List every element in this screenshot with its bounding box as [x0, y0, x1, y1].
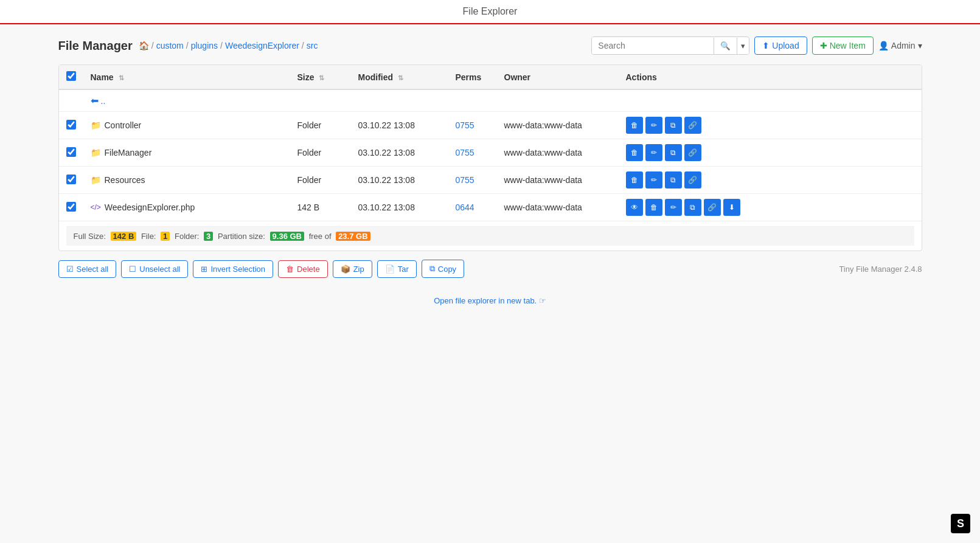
copy-btn-1[interactable]: ⧉ [665, 117, 682, 134]
footer-info: Full Size: 142 B File: 1 Folder: 3 Parti… [66, 226, 914, 246]
tar-button[interactable]: 📄 Tar [377, 260, 417, 278]
view-btn-4[interactable]: 👁 [626, 199, 643, 216]
header-right: 🔍 ▾ ⬆ Upload ✚ New Item 👤 Admin ▾ [591, 36, 922, 55]
delete-button[interactable]: 🗑 Delete [278, 260, 328, 278]
copy-button[interactable]: ⧉ Copy [422, 260, 464, 278]
select-all-checkbox[interactable] [66, 71, 76, 81]
admin-button[interactable]: 👤 Admin ▾ [878, 41, 922, 50]
rename-btn-1[interactable]: ✏ [645, 117, 662, 134]
search-dropdown-button[interactable]: ▾ [737, 38, 749, 54]
header-left: File Manager 🏠 / custom / plugins / Weed… [58, 39, 318, 53]
search-input[interactable] [592, 37, 714, 54]
col-name: Name ⇅ [83, 65, 290, 89]
search-button[interactable]: 🔍 [714, 38, 737, 54]
modified-sort-icon[interactable]: ⇅ [398, 74, 403, 81]
file-size-4: 142 B [290, 194, 351, 221]
action-icons-2: 🗑 ✏ ⧉ 🔗 [626, 144, 914, 161]
col-owner: Owner [497, 65, 619, 89]
row-checkbox-3[interactable] [66, 175, 76, 184]
file-modified-1: 03.10.22 13:08 [351, 112, 448, 139]
download-btn-4[interactable]: ⬇ [723, 199, 740, 216]
name-sort-icon[interactable]: ⇅ [119, 74, 124, 81]
back-icon: ⬅ [91, 95, 99, 106]
delete-btn-3[interactable]: 🗑 [626, 171, 643, 188]
breadcrumb-home[interactable]: 🏠 [139, 41, 149, 50]
top-bar: File Explorer [0, 0, 980, 24]
table-row: 📁 Controller Folder 03.10.22 13:08 0755 … [59, 112, 922, 139]
breadcrumb: 🏠 / custom / plugins / WeedesignExplorer… [139, 41, 318, 50]
breadcrumb-plugins[interactable]: plugins [191, 41, 218, 50]
col-perms: Perms [448, 65, 497, 89]
uncheck-icon: ☐ [129, 265, 136, 274]
zip-icon: 📦 [341, 265, 350, 274]
action-icons-4: 👁 🗑 ✏ ⧉ 🔗 ⬇ [626, 199, 914, 216]
file-table-wrapper: Name ⇅ Size ⇅ Modified ⇅ Perms [58, 64, 922, 251]
row-checkbox-4[interactable] [66, 202, 76, 212]
partition-size-value: 9.36 GB [270, 232, 304, 241]
table-row-back: ⬅ .. [59, 89, 922, 112]
file-name-link-1[interactable]: 📁 Controller [91, 120, 283, 130]
tar-icon: 📄 [385, 265, 395, 274]
app-title: File Manager [58, 39, 133, 53]
invert-icon: ⊞ [201, 265, 207, 274]
open-new-tab-link[interactable]: Open file explorer in new tab. ☞ [434, 296, 546, 305]
link-btn-3[interactable]: 🔗 [684, 171, 701, 188]
breadcrumb-custom[interactable]: custom [156, 41, 184, 50]
row-checkbox-2[interactable] [66, 147, 76, 157]
file-perms-1[interactable]: 0755 [456, 120, 474, 130]
file-name-link-4[interactable]: </> WeedesignExplorer.php [91, 202, 283, 212]
rename-btn-3[interactable]: ✏ [645, 171, 662, 188]
file-perms-3[interactable]: 0755 [456, 175, 474, 185]
rename-btn-2[interactable]: ✏ [645, 144, 662, 161]
invert-selection-button[interactable]: ⊞ Invert Selection [193, 260, 273, 278]
copy-btn-2[interactable]: ⧉ [665, 144, 682, 161]
php-icon: </> [91, 203, 101, 212]
folder-icon-2: 📁 [91, 148, 101, 157]
folder-icon: 📁 [91, 120, 101, 130]
upload-button[interactable]: ⬆ Upload [754, 36, 807, 55]
zip-button[interactable]: 📦 Zip [333, 260, 372, 278]
col-modified: Modified ⇅ [351, 65, 448, 89]
delete-btn-1[interactable]: 🗑 [626, 117, 643, 134]
table-row: </> WeedesignExplorer.php 142 B 03.10.22… [59, 194, 922, 221]
row-checkbox-1[interactable] [66, 120, 76, 130]
action-icons-1: 🗑 ✏ ⧉ 🔗 [626, 117, 914, 134]
folder-count-value: 3 [204, 232, 213, 241]
upload-icon: ⬆ [762, 41, 770, 50]
file-perms-4[interactable]: 0644 [456, 202, 474, 212]
file-modified-4: 03.10.22 13:08 [351, 194, 448, 221]
link-btn-4[interactable]: 🔗 [704, 199, 721, 216]
full-size-value: 142 B [111, 232, 137, 241]
size-sort-icon[interactable]: ⇅ [319, 74, 324, 81]
file-size-2: Folder [290, 139, 351, 167]
file-size-1: Folder [290, 112, 351, 139]
unselect-all-button[interactable]: ☐ Unselect all [121, 260, 188, 278]
breadcrumb-weedesign[interactable]: WeedesignExplorer [225, 41, 299, 50]
file-owner-3: www-data:www-data [497, 167, 619, 194]
bottom-toolbar: ☑ Select all ☐ Unselect all ⊞ Invert Sel… [58, 251, 922, 286]
breadcrumb-src[interactable]: src [307, 41, 318, 50]
file-owner-4: www-data:www-data [497, 194, 619, 221]
back-link[interactable]: ⬅ .. [91, 95, 914, 106]
link-btn-2[interactable]: 🔗 [684, 144, 701, 161]
page-footer: Open file explorer in new tab. ☞ [0, 286, 980, 315]
copy-btn-3[interactable]: ⧉ [665, 171, 682, 188]
select-all-button[interactable]: ☑ Select all [58, 260, 117, 278]
col-actions: Actions [619, 65, 922, 89]
file-table: Name ⇅ Size ⇅ Modified ⇅ Perms [59, 65, 922, 251]
copy-btn-4[interactable]: ⧉ [684, 199, 701, 216]
file-perms-2[interactable]: 0755 [456, 148, 474, 157]
edit-btn-4[interactable]: ✏ [665, 199, 682, 216]
file-owner-2: www-data:www-data [497, 139, 619, 167]
version-text: Tiny File Manager 2.4.8 [839, 265, 922, 274]
file-name-link-2[interactable]: 📁 FileManager [91, 148, 283, 157]
delete-btn-4[interactable]: 🗑 [645, 199, 662, 216]
link-btn-1[interactable]: 🔗 [684, 117, 701, 134]
user-icon: 👤 [878, 41, 889, 50]
check-icon: ☑ [66, 265, 74, 274]
header-row: File Manager 🏠 / custom / plugins / Weed… [58, 36, 922, 55]
delete-btn-2[interactable]: 🗑 [626, 144, 643, 161]
file-name-link-3[interactable]: 📁 Resources [91, 175, 283, 185]
new-item-button[interactable]: ✚ New Item [812, 36, 874, 55]
page-title: File Explorer [463, 6, 518, 16]
